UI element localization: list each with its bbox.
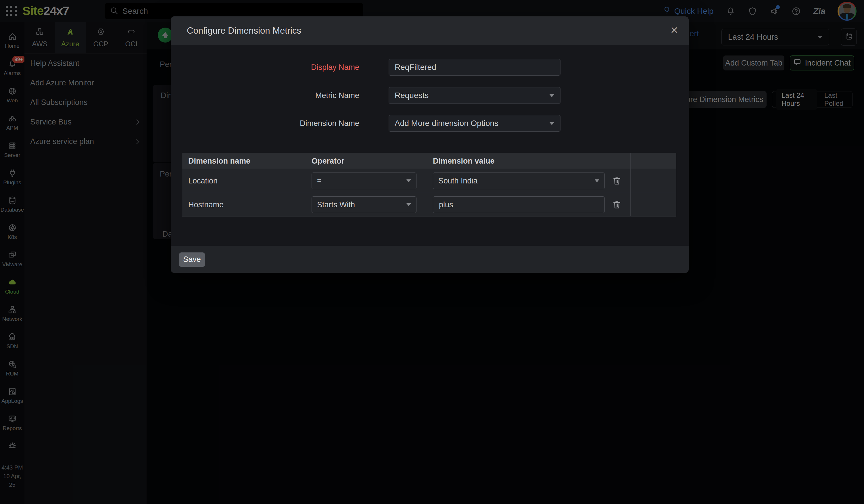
chevron-down-icon bbox=[549, 94, 554, 97]
metric-name-label: Metric Name bbox=[171, 87, 374, 104]
dimension-filters-table: Dimension name Operator Dimension value … bbox=[182, 153, 676, 216]
chevron-down-icon bbox=[406, 203, 411, 206]
display-name-label: Display Name bbox=[171, 59, 374, 76]
operator-select[interactable]: Starts With bbox=[312, 196, 417, 213]
display-name-row: Display Name bbox=[171, 59, 689, 76]
dimension-value-select[interactable]: South India bbox=[433, 172, 605, 189]
modal-title: Configure Dimension Metrics bbox=[187, 26, 301, 36]
display-name-input[interactable] bbox=[388, 59, 561, 76]
dimension-value-input[interactable] bbox=[433, 196, 605, 213]
close-icon[interactable]: ✕ bbox=[670, 24, 679, 36]
site24x7-app: Site24x7 Quick Help bbox=[0, 0, 864, 504]
table-row: Location = South India bbox=[182, 169, 676, 193]
dimension-name-select[interactable]: Add More dimension Options bbox=[388, 115, 561, 132]
table-column-divider bbox=[630, 153, 631, 216]
configure-dimension-metrics-modal: Configure Dimension Metrics ✕ Display Na… bbox=[171, 16, 689, 273]
dimension-name-cell: Location bbox=[188, 169, 218, 193]
dimension-name-cell: Hostname bbox=[188, 193, 224, 216]
modal-header: Configure Dimension Metrics ✕ bbox=[171, 16, 689, 45]
header-dimension-value: Dimension value bbox=[433, 153, 495, 169]
chevron-down-icon bbox=[406, 179, 411, 182]
operator-select[interactable]: = bbox=[312, 172, 417, 189]
delete-row-trash-icon[interactable] bbox=[612, 200, 622, 210]
dimension-name-row: Dimension Name Add More dimension Option… bbox=[171, 115, 689, 132]
metric-name-row: Metric Name Requests bbox=[171, 87, 689, 104]
table-header-row: Dimension name Operator Dimension value bbox=[182, 153, 676, 169]
delete-row-trash-icon[interactable] bbox=[612, 176, 622, 186]
modal-footer: Save bbox=[171, 246, 689, 273]
chevron-down-icon bbox=[549, 122, 554, 125]
chevron-down-icon bbox=[595, 179, 599, 182]
save-button[interactable]: Save bbox=[179, 252, 205, 267]
dimension-name-label: Dimension Name bbox=[171, 115, 374, 132]
header-operator: Operator bbox=[312, 153, 344, 169]
metric-name-select[interactable]: Requests bbox=[388, 87, 561, 104]
table-row: Hostname Starts With bbox=[182, 193, 676, 216]
header-dimension-name: Dimension name bbox=[188, 153, 250, 169]
